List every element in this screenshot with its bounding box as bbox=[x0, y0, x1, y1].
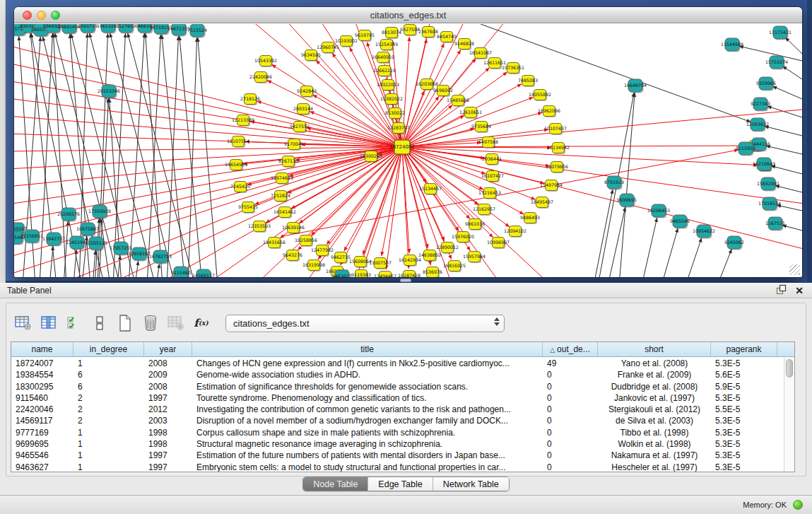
network-node[interactable]: 9643276 bbox=[283, 250, 302, 262]
network-node[interactable]: 15976020 bbox=[452, 232, 474, 244]
function-builder-button[interactable]: f(x) bbox=[192, 314, 211, 333]
column-header-pagerank[interactable]: pagerank bbox=[711, 342, 777, 356]
network-node[interactable]: 7252824 bbox=[271, 191, 290, 203]
network-node[interactable]: 15957984 bbox=[463, 252, 486, 264]
table-row[interactable]: 911546021997Tourette syndrome. Phenomeno… bbox=[11, 392, 783, 404]
show-columns-button[interactable] bbox=[39, 314, 58, 333]
network-node[interactable]: 11431656 bbox=[263, 238, 286, 250]
table-row[interactable]: 1456911722003Disruption of a novel membe… bbox=[11, 415, 783, 426]
network-node[interactable]: 9146828 bbox=[454, 39, 474, 51]
network-node[interactable]: 15134942 bbox=[547, 143, 570, 155]
network-node[interactable]: 14569117 bbox=[192, 269, 215, 277]
network-node[interactable]: 7515524 bbox=[187, 24, 207, 38]
network-node[interactable]: 16079856 bbox=[546, 162, 568, 174]
network-node[interactable]: 16319998 bbox=[302, 260, 325, 272]
resize-grip-icon[interactable] bbox=[789, 264, 800, 275]
network-node[interactable]: 11544988 bbox=[721, 38, 743, 52]
network-node[interactable]: 2036441 bbox=[482, 154, 502, 166]
network-node[interactable]: 18055892 bbox=[529, 90, 551, 102]
network-node[interactable]: 16296453 bbox=[647, 204, 670, 218]
network-node[interactable]: 8791919 bbox=[604, 176, 624, 190]
network-node[interactable]: 10975887 bbox=[76, 223, 99, 237]
network-node[interactable]: 15254349 bbox=[375, 40, 398, 52]
network-node[interactable]: 9861036 bbox=[465, 219, 485, 231]
network-node[interactable]: 20206576 bbox=[57, 208, 80, 222]
network-node[interactable]: 15485686 bbox=[447, 95, 469, 107]
minimize-button[interactable] bbox=[37, 11, 46, 20]
table-row[interactable]: 977716911998Corpus callosum shape and si… bbox=[11, 427, 783, 438]
network-node[interactable]: 8536976 bbox=[423, 267, 442, 278]
network-node[interactable]: 11173421 bbox=[769, 26, 792, 40]
table-row[interactable]: 1872400712008Changes of HCN gene express… bbox=[11, 358, 783, 369]
network-node[interactable]: 18107554 bbox=[227, 136, 249, 148]
network-node[interactable]: 7485083 bbox=[518, 76, 538, 88]
delete-column-button[interactable] bbox=[141, 314, 160, 333]
network-canvas[interactable]: 1054339222420046271812612213389181075541… bbox=[14, 24, 802, 277]
table-row[interactable]: 946362711997Embryonic stem cells: a mode… bbox=[11, 462, 783, 472]
network-node[interactable]: 9242843 bbox=[297, 86, 317, 98]
tab-edge-table[interactable]: Edge Table bbox=[367, 477, 432, 491]
network-node[interactable]: 15382022 bbox=[380, 94, 403, 106]
scrollbar-thumb[interactable] bbox=[786, 359, 793, 378]
network-node[interactable]: 11283797 bbox=[387, 123, 410, 135]
zoom-button[interactable] bbox=[51, 11, 60, 20]
network-node[interactable]: 9245062 bbox=[724, 236, 744, 250]
float-window-icon[interactable] bbox=[776, 284, 787, 298]
network-node[interactable]: 12213389 bbox=[232, 115, 254, 127]
table-row[interactable]: 1830029562008Estimation of significance … bbox=[11, 381, 783, 392]
network-node[interactable]: 11007537 bbox=[369, 258, 392, 270]
network-node[interactable]: 9427552 bbox=[290, 122, 310, 134]
network-node[interactable]: 16648784 bbox=[624, 79, 647, 93]
create-column-button[interactable] bbox=[115, 314, 134, 333]
network-node[interactable]: 9699695 bbox=[617, 194, 637, 208]
network-node[interactable]: 17359928 bbox=[88, 205, 111, 219]
network-node[interactable]: 1527602 bbox=[116, 24, 136, 34]
select-columns-button[interactable] bbox=[64, 314, 83, 333]
split-divider[interactable] bbox=[400, 279, 411, 282]
table-options-button[interactable] bbox=[13, 314, 33, 333]
network-node[interactable]: 1167531 bbox=[765, 217, 785, 231]
network-node[interactable]: 12093832 bbox=[746, 118, 769, 132]
network-node[interactable]: 16210643 bbox=[753, 158, 775, 172]
network-node[interactable]: 2093719 bbox=[78, 24, 98, 34]
network-node[interactable]: 18541087 bbox=[469, 48, 492, 60]
network-node[interactable]: 8454749 bbox=[437, 32, 457, 44]
network-node[interactable]: 2718126 bbox=[240, 94, 260, 106]
network-node[interactable]: 9462735 bbox=[331, 252, 351, 264]
table-row[interactable]: 2242004622012Investigating the contribut… bbox=[11, 404, 783, 415]
network-node[interactable]: 9119383 bbox=[351, 270, 371, 278]
table-vertical-scrollbar[interactable] bbox=[784, 358, 794, 472]
network-node[interactable]: 8215953 bbox=[736, 142, 755, 156]
row-height-button[interactable] bbox=[90, 314, 109, 333]
network-node[interactable]: 9227343 bbox=[751, 98, 770, 112]
delete-table-button[interactable] bbox=[166, 314, 185, 333]
network-node[interactable]: 16640910 bbox=[372, 52, 394, 64]
network-node[interactable]: 9327508 bbox=[400, 25, 420, 37]
memory-ok-led[interactable] bbox=[793, 500, 803, 510]
table-row[interactable]: 969969511998Structural magnetic resonanc… bbox=[11, 438, 783, 450]
column-header-out_degree[interactable]: △out_de... bbox=[543, 342, 598, 356]
network-node[interactable]: 12662219 bbox=[373, 66, 396, 78]
network-node[interactable]: 19654985 bbox=[225, 160, 247, 172]
network-node[interactable]: 9619795 bbox=[355, 30, 375, 42]
column-header-year[interactable]: year bbox=[144, 342, 192, 356]
network-node[interactable]: 8813074 bbox=[382, 28, 401, 40]
network-node[interactable]: 9735684 bbox=[471, 122, 491, 134]
network-node[interactable]: 14638850 bbox=[418, 250, 441, 262]
network-node[interactable]: 13942737 bbox=[42, 233, 65, 247]
network-window-titlebar[interactable]: citations_edges.txt bbox=[14, 7, 802, 23]
network-node[interactable]: 12494467 bbox=[374, 271, 396, 278]
network-node[interactable]: 10996997 bbox=[487, 238, 510, 250]
network-node[interactable]: 9634505 bbox=[301, 50, 321, 62]
network-node[interactable]: 9170041 bbox=[284, 139, 304, 151]
network-node[interactable]: 9196002 bbox=[433, 86, 453, 98]
network-node[interactable]: 9115460 bbox=[171, 267, 191, 277]
table-row[interactable]: 946554611997Estimation of the future num… bbox=[11, 450, 783, 461]
network-node[interactable]: 9329966 bbox=[756, 77, 776, 91]
column-header-in_degree[interactable]: in_degree bbox=[73, 342, 144, 356]
network-node[interactable]: 16187428 bbox=[398, 271, 420, 278]
column-header-name[interactable]: name bbox=[11, 342, 73, 356]
network-node[interactable]: 10954622 bbox=[693, 225, 715, 239]
column-header-title[interactable]: title bbox=[192, 342, 543, 356]
network-node[interactable]: 17016534 bbox=[758, 197, 781, 211]
